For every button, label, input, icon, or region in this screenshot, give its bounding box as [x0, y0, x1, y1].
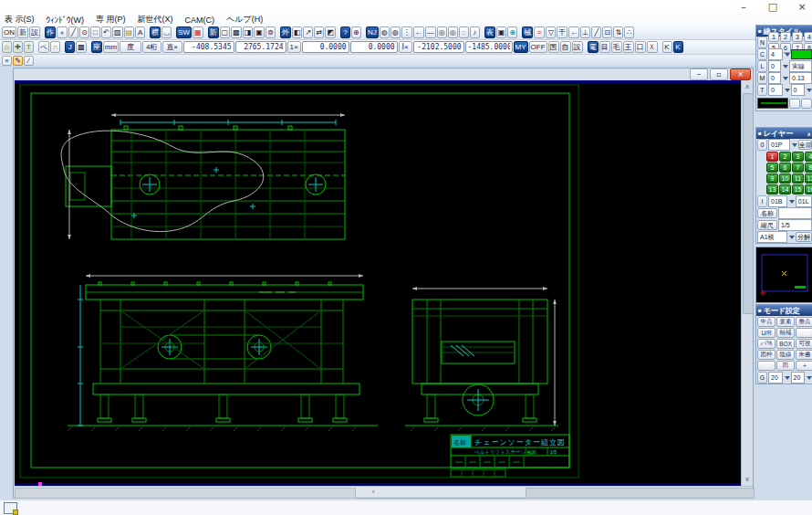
toolbar-button[interactable] [146, 26, 149, 38]
toolbar-button[interactable]: ↗ [303, 26, 313, 38]
toolbar-button[interactable]: mm [103, 41, 119, 53]
menu-item[interactable]: 専 用(P) [96, 14, 126, 26]
collapse-icon[interactable]: ∧ [807, 131, 811, 137]
toolbar-button[interactable] [584, 41, 587, 53]
linetype-number-field[interactable]: 0 [768, 60, 781, 72]
toolbar-button[interactable]: ▣ [496, 26, 507, 38]
toolbar-button[interactable] [61, 41, 64, 53]
toolbar-button[interactable]: ◡ [161, 26, 172, 38]
toolbar-button[interactable]: ╱ [68, 26, 78, 38]
toolbar-button[interactable]: ♪ [470, 26, 480, 38]
type-number-field[interactable]: 0 [768, 84, 783, 96]
mode-button[interactable]: 垂点 [796, 317, 812, 327]
width-number-field[interactable]: 0 [768, 72, 781, 84]
toolbar-button[interactable]: ← [568, 26, 579, 38]
toolbar-button[interactable]: 新 [17, 26, 28, 38]
decompose-button[interactable]: 分解 [796, 232, 812, 242]
layer-button[interactable]: 8 [805, 163, 812, 173]
type-value-field[interactable]: 0 [791, 84, 806, 96]
mode-button[interactable]: U/R [757, 328, 776, 338]
minimized-window-icon[interactable] [4, 502, 17, 514]
spinner-icon[interactable] [789, 236, 795, 239]
scroll-up-icon[interactable]: ∧ [742, 81, 753, 92]
snap-tool-button[interactable]: ∕ [24, 56, 34, 66]
color-number-field[interactable]: 4 [768, 48, 783, 60]
layer-button[interactable]: 4 [805, 152, 812, 162]
layer-all-button[interactable]: 全部 [798, 140, 812, 150]
snap-tool-button[interactable]: ✎ [13, 56, 23, 66]
child-minimize-button[interactable]: – [690, 68, 708, 80]
canvas-horizontal-scrollbar[interactable]: ‹ [15, 486, 753, 497]
toolbar-button[interactable] [204, 26, 207, 38]
toolbar-button[interactable] [35, 41, 37, 53]
pen-button[interactable]: 2 [780, 32, 791, 42]
grid-y-field[interactable]: 20 [791, 372, 806, 384]
mode-button[interactable]: 軸補 [776, 328, 795, 338]
layer-l-select[interactable]: 01L [796, 195, 812, 207]
menu-item[interactable]: 新世代(X) [138, 14, 173, 26]
layer-button[interactable]: 13 [766, 184, 778, 194]
pen-button[interactable]: 4 [804, 32, 812, 42]
layer-scale-field[interactable]: 1/5 [778, 219, 812, 231]
spinner-icon[interactable] [807, 89, 812, 92]
toolbar-button[interactable]: ＋ [57, 26, 68, 38]
layer-button[interactable]: 5 [766, 163, 778, 173]
toolbar-button[interactable]: 口 [635, 41, 646, 53]
toolbar-button[interactable]: ⊡ [602, 26, 612, 38]
toolbar-button[interactable]: ↶ [101, 26, 111, 38]
toolbar-button[interactable] [172, 26, 175, 38]
menu-item[interactable]: 表 示(S) [5, 14, 35, 26]
toolbar-button[interactable] [41, 26, 44, 38]
toolbar-button[interactable]: ◧ [292, 26, 303, 38]
toolbar-button[interactable]: ⌂ [2, 41, 12, 53]
toolbar-button[interactable]: K [673, 41, 683, 53]
window-minimize-button[interactable]: – [737, 1, 750, 13]
navigator-thumbnail[interactable] [755, 247, 812, 303]
color-swatch[interactable] [791, 49, 812, 59]
mode-button[interactable]: ▷ [757, 361, 776, 371]
toolbar-button[interactable]: 目 [599, 41, 610, 53]
layer-button[interactable]: 7 [792, 163, 804, 173]
toolbar-button[interactable]: ▢ [220, 26, 231, 38]
toolbar-button[interactable]: ▤ [124, 26, 135, 38]
toolbar-button[interactable] [362, 26, 365, 38]
toolbar-button[interactable]: Ｘ [647, 41, 658, 53]
coord-x-input[interactable] [183, 41, 234, 53]
toolbar-button[interactable]: 座 [91, 41, 102, 53]
spinner-icon[interactable] [792, 143, 797, 147]
snap-tool-button[interactable]: « [2, 56, 12, 66]
layer-button[interactable]: 12 [805, 173, 812, 184]
spinner-icon[interactable] [785, 53, 790, 57]
scale-ix-button[interactable]: Ⅰ× [399, 41, 412, 53]
toolbar-button[interactable]: 毛 [611, 41, 622, 53]
angle-unit-button[interactable]: 度 [120, 41, 141, 53]
toolbar-button[interactable]: SW [176, 26, 192, 38]
toolbar-button[interactable]: ✚ [13, 41, 23, 53]
toolbar-button[interactable]: 王 [623, 41, 634, 53]
layer-button[interactable]: 15 [792, 184, 804, 194]
child-restore-button[interactable]: ▫ [710, 68, 728, 80]
toolbar-button[interactable]: ⊙ [79, 26, 89, 38]
toolbar-button[interactable]: NJ [366, 26, 379, 38]
toolbar-button[interactable]: ▣ [254, 26, 265, 38]
spinner-icon[interactable] [783, 77, 788, 80]
toolbar-button[interactable]: ⇅ [613, 26, 623, 38]
layer-zero-button[interactable]: 0 [757, 139, 767, 151]
toolbar-button[interactable]: ⊥ [580, 26, 590, 38]
mode-settings-header[interactable]: ■ モード設定 [756, 305, 812, 316]
layer-button[interactable]: 11 [792, 173, 804, 184]
layer-name-button[interactable]: 名称 [757, 208, 777, 218]
toolbar-button[interactable] [337, 26, 339, 38]
toolbar-button[interactable]: ▩ [231, 26, 242, 38]
menu-item[interactable]: CAM(C) [185, 16, 215, 25]
menu-item[interactable]: ヘルプ(H) [226, 14, 263, 26]
toolbar-button[interactable]: J [65, 41, 75, 53]
mode-button[interactable]: 田 [776, 361, 795, 371]
toolbar-button[interactable]: ＝ [534, 26, 545, 38]
abs-y-input[interactable] [465, 41, 513, 53]
child-close-button[interactable]: × [730, 68, 751, 80]
delta-x-input[interactable] [302, 41, 349, 53]
scale-1x-button[interactable]: 1× [287, 41, 301, 53]
toolbar-button[interactable] [518, 26, 521, 38]
delta-y-input[interactable] [350, 41, 398, 53]
